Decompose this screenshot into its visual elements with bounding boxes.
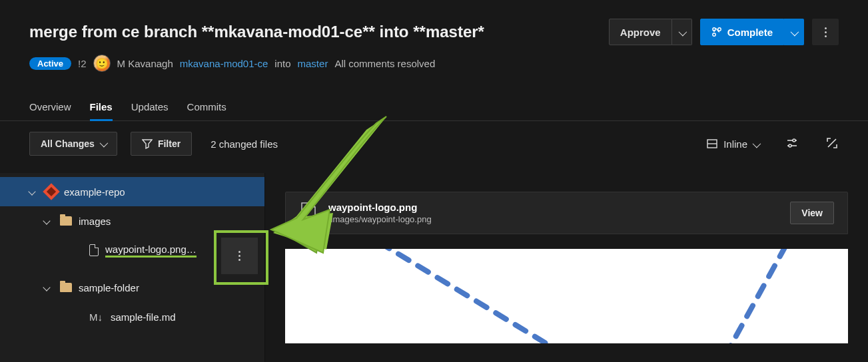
chevron-down-icon [679,27,685,38]
file-context-menu-button[interactable] [221,238,258,274]
tab-commits[interactable]: Commits [187,96,226,120]
sliders-icon [785,136,799,150]
tab-overview[interactable]: Overview [29,96,71,120]
diff-mode-dropdown[interactable]: Inline [706,138,759,150]
fullscreen-button[interactable] [825,136,839,152]
file-name: waypoint-logo.png [328,202,790,213]
avatar: 🙂 [93,55,111,72]
svg-point-6 [793,139,795,142]
tab-files[interactable]: Files [90,96,113,120]
changed-files-count: 2 changed files [211,138,278,150]
view-button[interactable]: View [790,202,834,224]
chevron-down-icon [44,218,53,224]
tree-file-waypoint-logo[interactable]: waypoint-logo.png… [0,236,264,265]
tree-folder-label: images [79,216,111,227]
chevron-down-icon [791,27,797,38]
target-branch-link[interactable]: master [298,58,328,69]
expand-icon [825,136,839,150]
file-change-type: M↓ [89,311,104,323]
file-header: waypoint-logo.png /images/waypoint-logo.… [285,192,848,234]
tree-file-sample-file[interactable]: M↓ sample-file.md [0,302,264,331]
chevron-down-icon [753,138,759,150]
svg-point-8 [789,144,791,147]
tree-file-label: sample-file.md [111,311,176,323]
svg-line-10 [714,249,788,343]
folder-icon [60,216,72,226]
svg-point-1 [712,33,715,36]
file-preview [285,249,848,343]
pr-title: merge from ce branch **mkavana-mod01-ce*… [29,23,601,41]
approve-button[interactable]: Approve [609,19,672,45]
git-merge-icon [711,27,722,37]
inline-icon [706,138,718,150]
file-path: /images/waypoint-logo.png [328,214,790,224]
repo-icon [43,183,59,200]
approve-dropdown[interactable] [672,19,692,45]
filter-button[interactable]: Filter [131,132,192,156]
file-icon [89,244,99,256]
complete-button[interactable]: Complete [700,19,784,45]
file-tree: example-repo images waypoint-logo.png… s… [0,173,265,362]
author-name: M Kavanagh [117,58,173,69]
status-badge: Active [29,57,71,70]
filter-icon [142,138,153,149]
tree-folder-sample[interactable]: sample-folder [0,273,264,302]
more-icon [825,27,827,37]
all-changes-dropdown[interactable]: All Changes [29,132,117,156]
svg-line-9 [379,249,600,343]
chevron-down-icon [29,189,39,194]
tree-folder-images[interactable]: images [0,206,264,236]
pr-id: !2 [78,58,87,69]
comments-status: All comments resolved [334,58,435,69]
into-label: into [274,58,290,69]
folder-icon [60,283,72,292]
source-branch-link[interactable]: mkavana-mod01-ce [180,58,268,69]
svg-point-2 [717,28,720,31]
tree-folder-label: sample-folder [79,282,139,293]
more-actions-button[interactable] [812,19,839,45]
file-icon [299,202,318,224]
tree-repo-label: example-repo [64,186,125,198]
tab-updates[interactable]: Updates [131,96,169,120]
tree-file-label: waypoint-logo.png… [105,244,197,258]
chevron-down-icon [100,138,106,149]
settings-button[interactable] [785,136,799,152]
chevron-down-icon [44,285,53,290]
tree-repo-row[interactable]: example-repo [0,177,264,206]
complete-dropdown[interactable] [784,19,804,45]
